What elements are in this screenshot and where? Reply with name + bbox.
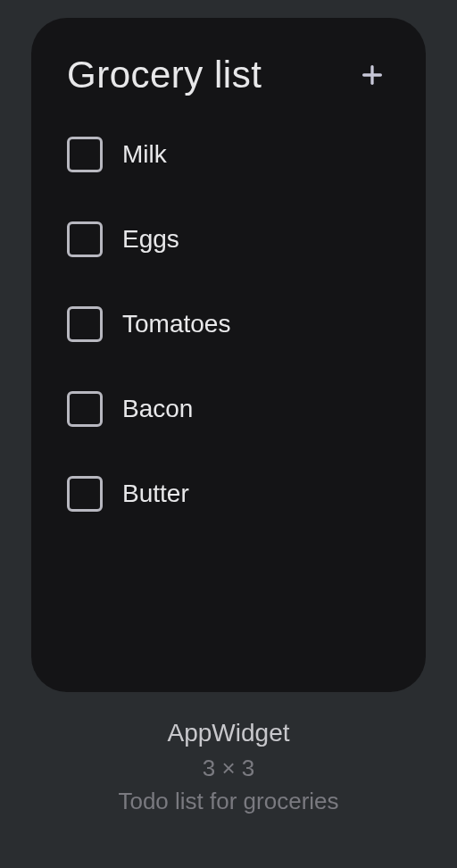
widget-header: Grocery list <box>67 54 390 96</box>
widget-size-label: 3 × 3 <box>31 755 426 782</box>
todo-item[interactable]: Eggs <box>67 221 390 257</box>
checkbox[interactable] <box>67 476 103 512</box>
widget-card: Grocery list Milk Eggs Tomatoes <box>31 18 426 692</box>
todo-item[interactable]: Bacon <box>67 391 390 427</box>
checkbox[interactable] <box>67 221 103 257</box>
checkbox[interactable] <box>67 306 103 342</box>
todo-label: Bacon <box>122 395 193 423</box>
todo-item[interactable]: Butter <box>67 476 390 512</box>
plus-icon <box>358 61 386 89</box>
checkbox[interactable] <box>67 137 103 172</box>
widget-name-label: AppWidget <box>31 719 426 747</box>
todo-label: Butter <box>122 480 189 508</box>
widget-container: Grocery list Milk Eggs Tomatoes <box>0 0 457 815</box>
todo-label: Milk <box>122 140 167 169</box>
add-button[interactable] <box>354 57 390 93</box>
checkbox[interactable] <box>67 391 103 427</box>
todo-label: Eggs <box>122 225 179 254</box>
todo-label: Tomatoes <box>122 310 230 338</box>
todo-item[interactable]: Tomatoes <box>67 306 390 342</box>
widget-description-label: Todo list for groceries <box>31 788 426 815</box>
todo-list: Milk Eggs Tomatoes Bacon Butter <box>67 137 390 512</box>
todo-item[interactable]: Milk <box>67 137 390 172</box>
widget-title: Grocery list <box>67 54 262 96</box>
widget-info: AppWidget 3 × 3 Todo list for groceries <box>31 719 426 815</box>
